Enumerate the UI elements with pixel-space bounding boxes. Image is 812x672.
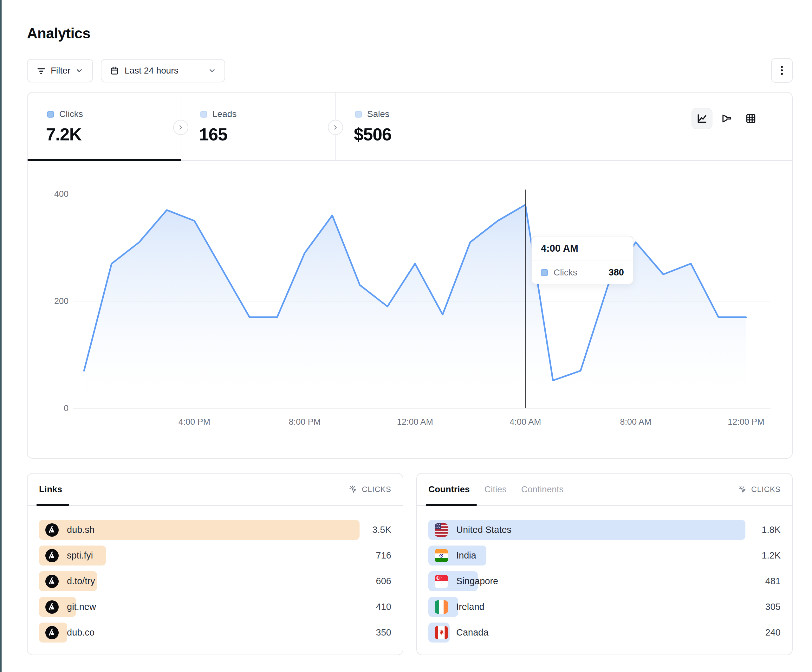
country-row[interactable]: Ireland 305 <box>428 597 781 617</box>
links-metric-label: CLICKS <box>362 485 391 494</box>
country-label: United States <box>456 525 512 535</box>
dub-logo-icon <box>45 575 59 588</box>
clicks-total-value: 7.2K <box>46 124 82 145</box>
chart-view-toggle-group <box>691 108 761 129</box>
link-row[interactable]: spti.fyi 716 <box>39 546 391 566</box>
svg-text:8:00 AM: 8:00 AM <box>620 417 651 426</box>
countries-metric-label: CLICKS <box>751 485 781 494</box>
date-range-button[interactable]: Last 24 hours <box>101 59 225 82</box>
country-label: Singapore <box>456 576 498 587</box>
tab-countries[interactable]: Countries <box>428 474 470 505</box>
tab-leads[interactable]: Leads 165 <box>181 92 336 160</box>
leads-legend-square <box>200 111 207 118</box>
clicks-legend-square <box>541 269 548 276</box>
svg-text:8:00 PM: 8:00 PM <box>289 417 321 426</box>
link-label: spti.fyi <box>67 550 93 561</box>
chevron-right-icon <box>177 124 184 131</box>
country-row[interactable]: Singapore 481 <box>428 571 781 591</box>
link-label: dub.sh <box>67 525 94 535</box>
svg-text:12:00 AM: 12:00 AM <box>397 417 433 426</box>
link-row[interactable]: d.to/try 606 <box>39 571 391 591</box>
link-clicks-value: 410 <box>376 597 391 617</box>
link-label: git.new <box>67 602 96 612</box>
links-metric-header[interactable]: CLICKS <box>348 484 391 494</box>
link-row[interactable]: git.new 410 <box>39 597 391 617</box>
chevron-right-icon <box>332 124 339 131</box>
tooltip-value: 380 <box>609 267 624 278</box>
countries-panel: Countries Cities Continents CLICKS <box>416 473 793 655</box>
country-row[interactable]: India 1.2K <box>428 546 781 566</box>
country-clicks-value: 1.8K <box>762 520 781 540</box>
flag-in-icon <box>435 549 448 562</box>
expand-clicks-button[interactable] <box>173 120 188 135</box>
svg-text:400: 400 <box>54 189 68 199</box>
link-clicks-value: 606 <box>376 571 391 591</box>
tab-clicks[interactable]: Clicks 7.2K <box>27 92 181 160</box>
svg-text:4:00 PM: 4:00 PM <box>179 417 210 426</box>
flag-ca-icon <box>435 626 448 640</box>
line-chart-icon <box>696 112 708 125</box>
clicks-area-chart[interactable]: 02004004:00 PM8:00 PM12:00 AM4:00 AM8:00… <box>38 171 777 434</box>
link-row[interactable]: dub.sh 3.5K <box>39 520 391 540</box>
countries-metric-header[interactable]: CLICKS <box>737 484 781 494</box>
cities-tab-label: Cities <box>484 484 507 495</box>
filter-button[interactable]: Filter <box>27 59 93 82</box>
chevron-down-icon <box>75 67 84 75</box>
kebab-menu-icon <box>777 65 786 76</box>
active-tab-underline <box>27 159 181 161</box>
filter-button-label: Filter <box>51 66 70 76</box>
leads-tab-label: Leads <box>212 109 237 119</box>
links-tab-label: Links <box>39 484 62 495</box>
sales-total-value: $506 <box>354 124 391 145</box>
countries-tab-label: Countries <box>428 484 470 495</box>
metric-tabs-row: Clicks 7.2K Leads 165 Sales $506 <box>27 92 792 161</box>
svg-text:200: 200 <box>54 297 68 306</box>
svg-text:12:00 PM: 12:00 PM <box>728 417 764 426</box>
left-edge-accent <box>0 0 2 672</box>
dub-logo-icon <box>45 600 59 614</box>
date-range-label: Last 24 hours <box>125 66 179 76</box>
tab-links[interactable]: Links <box>39 474 62 505</box>
funnel-view-button[interactable] <box>716 108 737 129</box>
tab-cities[interactable]: Cities <box>484 474 507 505</box>
tooltip-time: 4:00 AM <box>532 237 633 261</box>
svg-text:0: 0 <box>64 404 68 413</box>
tooltip-series-label: Clicks <box>554 268 577 278</box>
cursor-click-icon <box>737 484 747 494</box>
country-clicks-value: 481 <box>765 571 781 591</box>
analytics-page: Analytics Filter Last 24 hours <box>0 0 812 672</box>
table-view-button[interactable] <box>740 108 761 129</box>
flag-ie-icon <box>435 600 448 614</box>
sales-tab-label: Sales <box>367 109 389 119</box>
tab-continents[interactable]: Continents <box>521 474 564 505</box>
expand-leads-button[interactable] <box>328 120 343 135</box>
tab-sales[interactable]: Sales $506 <box>336 92 500 160</box>
link-row[interactable]: dub.co 350 <box>39 623 391 643</box>
country-clicks-value: 305 <box>765 597 781 617</box>
leads-total-value: 165 <box>199 124 227 145</box>
clicks-tab-label: Clicks <box>59 109 83 119</box>
countries-list: United States 1.8K India 1.2K <box>428 520 781 648</box>
flag-us-icon <box>435 524 448 537</box>
calendar-icon <box>110 66 119 75</box>
chevron-down-icon <box>208 67 216 75</box>
page-title: Analytics <box>27 25 90 42</box>
table-grid-icon <box>744 112 757 125</box>
country-label: Canada <box>456 627 489 638</box>
dub-logo-icon <box>45 524 59 537</box>
country-row[interactable]: United States 1.8K <box>428 520 781 540</box>
country-label: Ireland <box>456 602 484 612</box>
link-clicks-value: 3.5K <box>372 520 391 540</box>
links-panel: Links CLICKS dub.sh 3 <box>27 473 403 655</box>
svg-text:4:00 AM: 4:00 AM <box>510 417 541 426</box>
line-chart-view-button[interactable] <box>691 108 713 129</box>
flag-sg-icon <box>435 575 448 588</box>
country-row[interactable]: Canada 240 <box>428 623 781 643</box>
more-options-button[interactable] <box>771 58 793 83</box>
funnel-icon <box>720 112 733 125</box>
dub-logo-icon <box>45 626 59 640</box>
link-label: d.to/try <box>67 576 95 587</box>
country-label: India <box>456 550 476 561</box>
sales-legend-square <box>355 111 362 118</box>
link-clicks-value: 716 <box>376 546 391 566</box>
